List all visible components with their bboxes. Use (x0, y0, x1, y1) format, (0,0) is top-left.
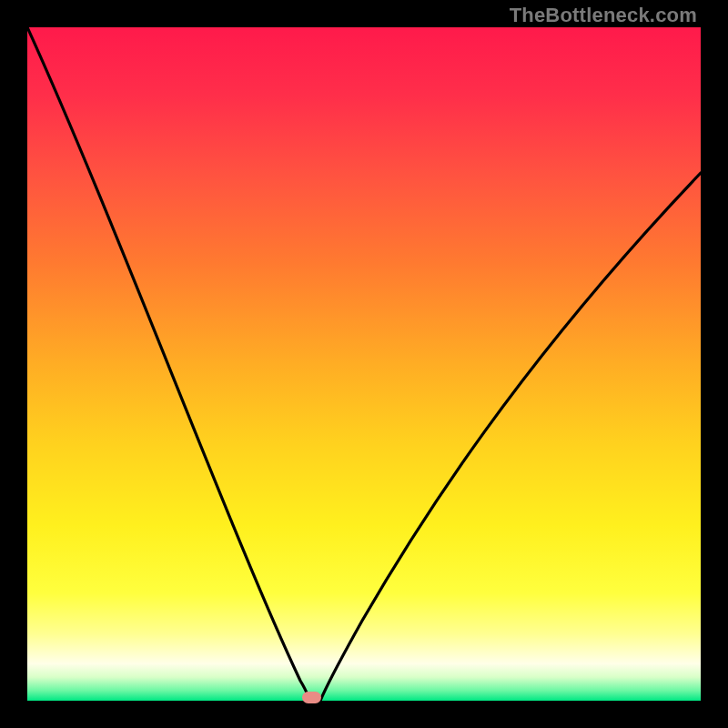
chart-frame: TheBottleneck.com (0, 0, 728, 728)
curve-layer (27, 27, 701, 701)
plot-area (27, 27, 701, 701)
watermark-text: TheBottleneck.com (510, 4, 697, 27)
bottleneck-curve (27, 27, 701, 701)
optimum-marker (302, 692, 321, 703)
